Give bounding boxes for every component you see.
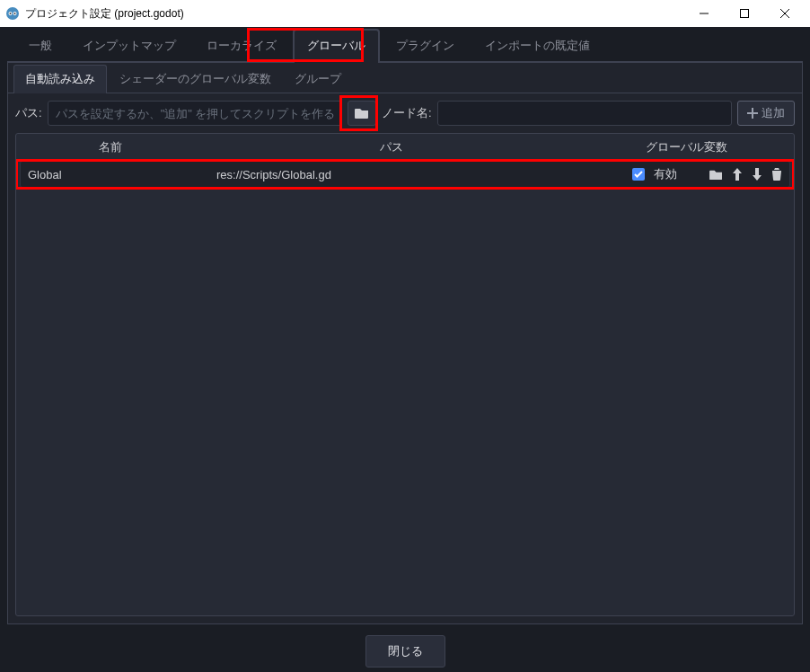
- row-path: res://Scripts/Global.gd: [216, 168, 567, 181]
- tab-groups[interactable]: グループ: [284, 66, 352, 93]
- close-button[interactable]: [764, 0, 805, 27]
- autoload-form: パス: ノード名: 追加: [8, 93, 802, 133]
- browse-path-button[interactable]: [348, 101, 376, 126]
- main-panel: 自動読み込み シェーダーのグローバル変数 グループ パス: ノード名: 追加 名…: [7, 63, 803, 624]
- open-folder-icon[interactable]: [709, 169, 723, 181]
- header-path: パス: [205, 139, 578, 155]
- node-name-label: ノード名:: [382, 105, 432, 121]
- tab-import-defaults[interactable]: インポートの既定値: [471, 29, 604, 61]
- enabled-checkbox[interactable]: [632, 168, 645, 181]
- top-tabs: 一般 インプットマップ ローカライズ グローバル プラグイン インポートの既定値: [7, 32, 803, 63]
- window-titlebar: プロジェクト設定 (project.godot): [0, 0, 810, 27]
- path-input[interactable]: [48, 101, 342, 126]
- header-global-var: グローバル変数: [578, 139, 794, 155]
- tab-general[interactable]: 一般: [14, 29, 66, 61]
- minimize-button[interactable]: [683, 0, 724, 27]
- dialog-bottom-bar: 閉じる: [7, 624, 803, 672]
- add-button[interactable]: 追加: [737, 101, 795, 126]
- svg-point-0: [6, 7, 19, 20]
- row-actions: 有効: [567, 166, 782, 182]
- tab-plugins[interactable]: プラグイン: [382, 29, 469, 61]
- add-button-label: 追加: [762, 105, 785, 121]
- delete-icon[interactable]: [771, 168, 782, 181]
- svg-point-4: [14, 13, 16, 14]
- svg-point-3: [10, 13, 12, 14]
- window-title: プロジェクト設定 (project.godot): [25, 6, 683, 22]
- move-up-icon[interactable]: [732, 168, 743, 181]
- close-dialog-button[interactable]: 閉じる: [365, 635, 445, 668]
- tab-autoload[interactable]: 自動読み込み: [13, 65, 107, 93]
- list-header: 名前 パス グローバル変数: [16, 134, 794, 161]
- maximize-button[interactable]: [724, 0, 764, 27]
- svg-rect-6: [740, 10, 748, 18]
- sub-tabs: 自動読み込み シェーダーのグローバル変数 グループ: [8, 66, 802, 93]
- godot-icon: [5, 6, 20, 21]
- header-name: 名前: [16, 139, 205, 155]
- move-down-icon[interactable]: [752, 168, 762, 181]
- autoload-list: 名前 パス グローバル変数 Global res://Scripts/Globa…: [15, 133, 795, 616]
- row-name: Global: [28, 168, 216, 181]
- path-label: パス:: [15, 105, 42, 121]
- tab-input-map[interactable]: インプットマップ: [68, 29, 190, 61]
- node-name-input[interactable]: [437, 101, 732, 126]
- enabled-label: 有効: [654, 166, 677, 182]
- tab-globals[interactable]: グローバル: [293, 29, 380, 63]
- tab-shader-globals[interactable]: シェーダーのグローバル変数: [109, 66, 282, 93]
- list-row[interactable]: Global res://Scripts/Global.gd 有効: [20, 161, 790, 188]
- tab-localization[interactable]: ローカライズ: [192, 29, 291, 61]
